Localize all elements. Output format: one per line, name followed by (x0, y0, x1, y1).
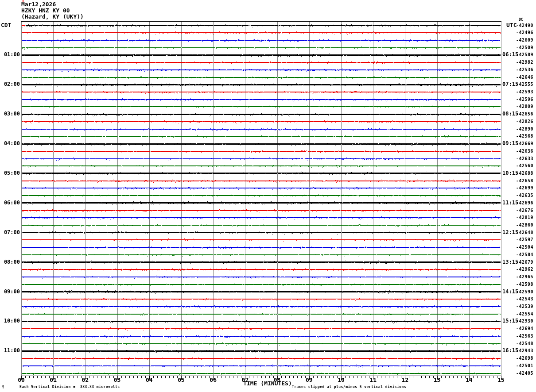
dc-offset-value: -42584 (516, 253, 536, 257)
dc-offset-value: -42609 (516, 38, 536, 42)
x-tick-label: 09 (303, 377, 316, 383)
x-tick-label: 14 (462, 377, 476, 383)
helicorder-plot-canvas (0, 0, 536, 392)
dc-offset-value: -42698 (516, 356, 536, 361)
left-time-label: 10:00 (0, 318, 20, 324)
dc-offset-value: -42658 (516, 179, 536, 183)
x-tick-label: 05 (175, 377, 188, 383)
x-tick-label: 06 (206, 377, 220, 383)
plot-date: Mar12,2026 (21, 1, 56, 8)
dc-offset-value: -42633 (516, 157, 536, 161)
x-tick-label: 03 (111, 377, 124, 383)
dc-offset-value: -42598 (516, 282, 536, 287)
dc-offset-value: -42826 (516, 119, 536, 124)
dc-offset-value: -42646 (516, 75, 536, 80)
dc-offset-value: -42560 (516, 164, 536, 168)
x-tick-label: 00 (15, 377, 28, 383)
station-code: HZKY HNZ KY 00 (21, 8, 70, 14)
dc-offset-value: -42962 (516, 267, 536, 272)
dc-offset-value: -42554 (516, 312, 536, 316)
dc-offset-value: -42943 (516, 349, 536, 353)
corner-mark: M (2, 386, 4, 389)
right-axis-header-utc: UTC (506, 22, 517, 28)
left-time-label: 07:00 (0, 230, 20, 235)
dc-offset-value: -42496 (516, 31, 536, 35)
dc-offset-value: -42809 (516, 104, 536, 109)
dc-offset-value: -42930 (516, 319, 536, 323)
left-time-label: 01:00 (0, 52, 20, 58)
dc-offset-value: -42676 (516, 208, 536, 213)
x-tick-label: 12 (398, 377, 412, 383)
dc-offset-value: -42648 (516, 231, 536, 235)
dc-offset-value: -42890 (516, 127, 536, 131)
dc-column-header: DC (519, 18, 523, 22)
left-time-label: 05:00 (0, 170, 20, 176)
vertical-scale-note: Each Vertical Division = 333.33 microvol… (19, 385, 120, 389)
dc-offset-value: -42568 (516, 134, 536, 138)
dc-offset-value: -42699 (516, 186, 536, 190)
dc-offset-value: -42635 (516, 193, 536, 198)
dc-offset-value: -42555 (516, 82, 536, 87)
clipping-note: Traces clipped at plus/minus 5 vertical … (292, 385, 406, 389)
dc-offset-value: -42539 (516, 304, 536, 309)
dc-offset-value: -42656 (516, 112, 536, 116)
left-time-label: 03:00 (0, 111, 20, 117)
dc-offset-value: -42819 (516, 215, 536, 220)
dc-offset-value: -42679 (516, 260, 536, 265)
x-tick-label: 01 (47, 377, 60, 383)
left-axis-header-cdt: CDT (1, 22, 11, 28)
dc-offset-value: -42669 (516, 142, 536, 146)
dc-offset-value: -42509 (516, 46, 536, 50)
dc-offset-value: -42501 (516, 364, 536, 368)
dc-offset-value: -42593 (516, 90, 536, 94)
left-time-label: 11:00 (0, 348, 20, 354)
dc-offset-value: -42405 (516, 371, 536, 376)
left-time-label: 06:00 (0, 200, 20, 206)
x-tick-label: 04 (143, 377, 156, 383)
dc-offset-value: -42982 (516, 60, 536, 65)
dc-offset-value: -42490 (516, 23, 536, 28)
dc-offset-value: -42694 (516, 327, 536, 331)
x-tick-label: 11 (366, 377, 380, 383)
dc-offset-value: -42636 (516, 149, 536, 154)
left-time-label: 08:00 (0, 259, 20, 265)
dc-offset-value: -42596 (516, 97, 536, 102)
dc-offset-value: -42543 (516, 297, 536, 301)
x-tick-label: 10 (334, 377, 348, 383)
left-time-label: 09:00 (0, 289, 20, 295)
x-tick-label: 15 (494, 377, 508, 383)
helicorder-page: Mar12,2026 HZKY HNZ KY 00 (Hazard, KY (U… (0, 0, 536, 392)
dc-offset-value: -42548 (516, 342, 536, 346)
dc-offset-value: -42597 (516, 238, 536, 242)
station-location: (Hazard, KY (UKY)) (21, 14, 84, 20)
dc-offset-value: -42563 (516, 334, 536, 338)
dc-offset-value: -42504 (516, 245, 536, 250)
left-time-label: 04:00 (0, 141, 20, 146)
dc-offset-value: -42860 (516, 223, 536, 227)
dc-offset-value: -42965 (516, 275, 536, 279)
dc-offset-value: -42589 (516, 53, 536, 57)
dc-offset-value: -42688 (516, 171, 536, 176)
dc-offset-value: -42536 (516, 68, 536, 72)
dc-offset-value: -42696 (516, 201, 536, 205)
x-tick-label: 13 (431, 377, 444, 383)
left-time-label: 02:00 (0, 81, 20, 87)
x-tick-label: 02 (78, 377, 92, 383)
dc-offset-value: -42590 (516, 290, 536, 294)
